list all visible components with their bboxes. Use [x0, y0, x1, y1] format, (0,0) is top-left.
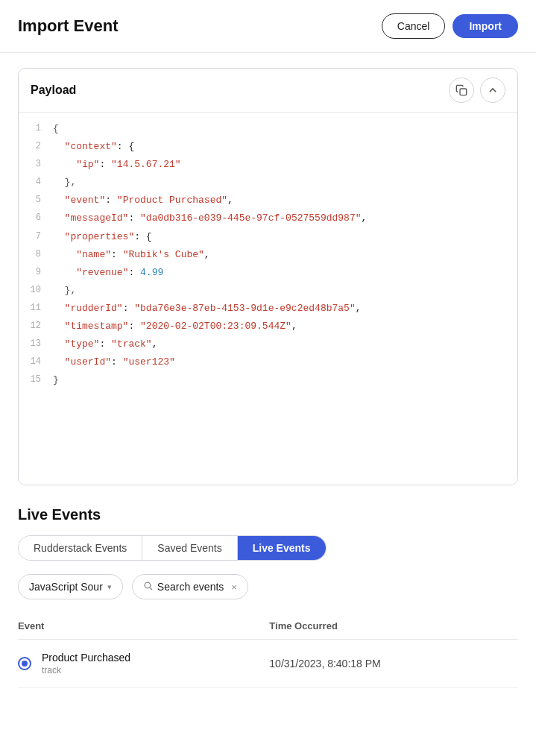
copy-button[interactable] [449, 78, 474, 103]
svg-rect-0 [460, 89, 467, 95]
code-line-3: 3 "ip": "14.5.67.21" [19, 156, 517, 174]
source-filter[interactable]: JavaScript Sour ▾ [18, 574, 123, 599]
code-line-2: 2 "context": { [19, 138, 517, 156]
source-filter-label: JavaScript Sour [29, 581, 103, 593]
copy-icon [455, 84, 467, 96]
code-line-7: 7 "properties": { [19, 228, 517, 246]
live-events-title: Live Events [18, 506, 518, 523]
tab-rudderstack-events[interactable]: Rudderstack Events [19, 536, 142, 560]
search-icon [143, 581, 153, 593]
payload-icons [449, 78, 505, 103]
code-line-9: 9 "revenue": 4.99 [19, 264, 517, 282]
cancel-button[interactable]: Cancel [382, 13, 446, 39]
code-line-14: 14 "userId": "user123" [19, 353, 517, 371]
table-header-row: Event Time Occurred [18, 614, 518, 640]
svg-line-2 [150, 588, 152, 590]
code-line-11: 11 "rudderId": "bda76e3e-87eb-4153-9d1e-… [19, 300, 517, 318]
col-event: Event [18, 614, 269, 640]
code-line-10: 10 }, [19, 282, 517, 300]
time-cell: 10/31/2023, 8:40:18 PM [269, 640, 518, 688]
event-type: track [42, 665, 130, 675]
page-title: Import Event [18, 16, 118, 36]
filters-row: JavaScript Sour ▾ Search events × [18, 574, 518, 599]
tab-live-events[interactable]: Live Events [237, 536, 326, 560]
event-info: Product Purchased track [42, 652, 130, 675]
event-cell-content: Product Purchased track [18, 652, 269, 675]
code-line-13: 13 "type": "track", [19, 336, 517, 353]
event-cell: Product Purchased track [18, 640, 269, 688]
collapse-button[interactable] [480, 78, 505, 103]
code-editor: 1 { 2 "context": { 3 "ip": "14.5.67.21" … [19, 112, 517, 485]
import-button[interactable]: Import [453, 14, 518, 38]
payload-card: Payload 1 { 2 " [18, 68, 518, 485]
code-line-12: 12 "timestamp": "2020-02-02T00:23:09.544… [19, 318, 517, 336]
close-icon[interactable]: × [231, 582, 237, 593]
search-events-box[interactable]: Search events × [132, 574, 248, 599]
payload-title: Payload [31, 84, 76, 97]
payload-header: Payload [19, 69, 517, 112]
svg-point-1 [145, 582, 151, 588]
chevron-down-icon: ▾ [107, 582, 112, 592]
page-header: Import Event Cancel Import [0, 0, 536, 53]
events-tabs: Rudderstack Events Saved Events Live Eve… [18, 535, 327, 561]
main-content: Payload 1 { 2 " [0, 53, 536, 703]
tab-saved-events[interactable]: Saved Events [142, 536, 236, 560]
code-line-4: 4 }, [19, 174, 517, 192]
events-table: Event Time Occurred Product Purchased tr… [18, 614, 518, 688]
radio-button[interactable] [18, 657, 31, 670]
code-line-5: 5 "event": "Product Purchased", [19, 192, 517, 210]
code-line-15: 15 } [19, 371, 517, 389]
header-actions: Cancel Import [382, 13, 518, 39]
code-line-1: 1 { [19, 120, 517, 138]
code-line-6: 6 "messageId": "da0db316-e039-445e-97cf-… [19, 210, 517, 227]
event-name: Product Purchased [42, 652, 130, 664]
col-time: Time Occurred [269, 614, 518, 640]
code-line-8: 8 "name": "Rubik's Cube", [19, 246, 517, 264]
chevron-up-icon [487, 84, 499, 96]
table-row[interactable]: Product Purchased track 10/31/2023, 8:40… [18, 640, 518, 688]
search-events-label: Search events [157, 581, 224, 593]
radio-inner [22, 661, 28, 667]
